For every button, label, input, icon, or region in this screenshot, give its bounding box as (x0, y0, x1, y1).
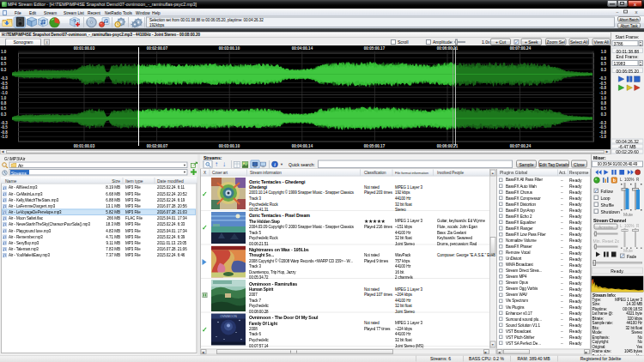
svg-text:b: b (613, 178, 616, 183)
svg-text:OVNIMOON: OVNIMOON (220, 315, 237, 318)
